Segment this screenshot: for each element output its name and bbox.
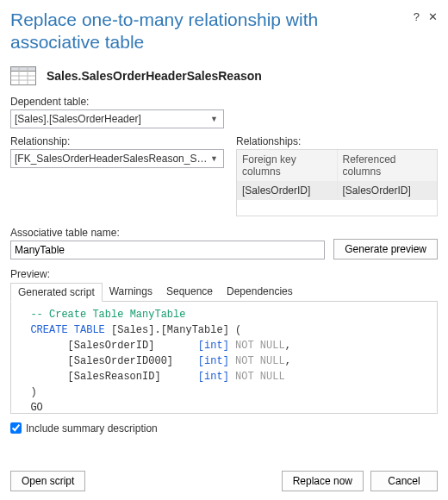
dependent-table-combo[interactable]: [Sales].[SalesOrderHeader] ▼ — [10, 109, 224, 128]
dependent-table-value: [Sales].[SalesOrderHeader] — [15, 113, 208, 125]
script-viewer[interactable]: -- Create Table ManyTable CREATE TABLE [… — [10, 302, 438, 414]
relationship-value: [FK_SalesOrderHeaderSalesReason_SalesOrd… — [15, 153, 208, 165]
open-script-button[interactable]: Open script — [10, 471, 85, 491]
dialog-title: Replace one-to-many relationship with as… — [10, 9, 414, 54]
generate-preview-button[interactable]: Generate preview — [333, 239, 438, 259]
preview-group: Preview: Generated script Warnings Seque… — [10, 268, 438, 414]
preview-label: Preview: — [10, 268, 438, 280]
include-summary-row: Include summary description — [10, 422, 438, 434]
rel-header-fk: Foreign key columns — [237, 150, 338, 181]
rel-header-ref: Referenced columns — [338, 150, 438, 181]
tab-warnings[interactable]: Warnings — [103, 283, 159, 302]
tab-sequence[interactable]: Sequence — [159, 283, 220, 302]
rel-fk-cell: [SalesOrderID] — [237, 181, 338, 200]
table-icon — [10, 66, 36, 85]
assoc-name-group: Associative table name: — [10, 227, 325, 259]
object-name: Sales.SalesOrderHeaderSalesReason — [47, 69, 262, 83]
assoc-name-input[interactable] — [10, 241, 325, 259]
relationship-row: Relationship: [FK_SalesOrderHeaderSalesR… — [10, 135, 438, 216]
dialog-footer: Open script Replace now Cancel — [10, 471, 438, 491]
chevron-down-icon: ▼ — [208, 154, 220, 163]
rel-header-row: Foreign key columns Referenced columns — [237, 150, 437, 181]
cancel-button[interactable]: Cancel — [370, 471, 438, 491]
relationship-group: Relationship: [FK_SalesOrderHeaderSalesR… — [10, 135, 224, 216]
title-controls: ? ✕ — [414, 10, 438, 23]
tab-generated-script[interactable]: Generated script — [10, 283, 103, 302]
relationships-table: Foreign key columns Referenced columns [… — [236, 149, 438, 216]
include-summary-checkbox[interactable] — [10, 422, 22, 434]
assoc-name-label: Associative table name: — [10, 227, 325, 239]
rel-ref-cell: [SalesOrderID] — [338, 181, 438, 200]
svg-rect-1 — [11, 66, 36, 71]
relationships-label: Relationships: — [236, 135, 438, 147]
preview-tabs: Generated script Warnings Sequence Depen… — [10, 282, 438, 302]
relationship-label: Relationship: — [10, 135, 224, 147]
relationships-group: Relationships: Foreign key columns Refer… — [236, 135, 438, 216]
dependent-table-group: Dependent table: [Sales].[SalesOrderHead… — [10, 96, 438, 128]
help-icon[interactable]: ? — [414, 10, 420, 23]
close-icon[interactable]: ✕ — [428, 10, 438, 23]
replace-now-button[interactable]: Replace now — [282, 471, 364, 491]
object-row: Sales.SalesOrderHeaderSalesReason — [10, 66, 438, 85]
tab-dependencies[interactable]: Dependencies — [220, 283, 300, 302]
dialog-root: Replace one-to-many relationship with as… — [0, 0, 448, 500]
relationship-combo[interactable]: [FK_SalesOrderHeaderSalesReason_SalesOrd… — [10, 149, 224, 168]
titlebar: Replace one-to-many relationship with as… — [10, 9, 438, 54]
rel-data-row[interactable]: [SalesOrderID] [SalesOrderID] — [237, 181, 437, 200]
include-summary-label[interactable]: Include summary description — [26, 422, 158, 434]
chevron-down-icon: ▼ — [208, 115, 220, 123]
dependent-table-label: Dependent table: — [10, 96, 438, 108]
assoc-row: Associative table name: Generate preview — [10, 227, 438, 259]
